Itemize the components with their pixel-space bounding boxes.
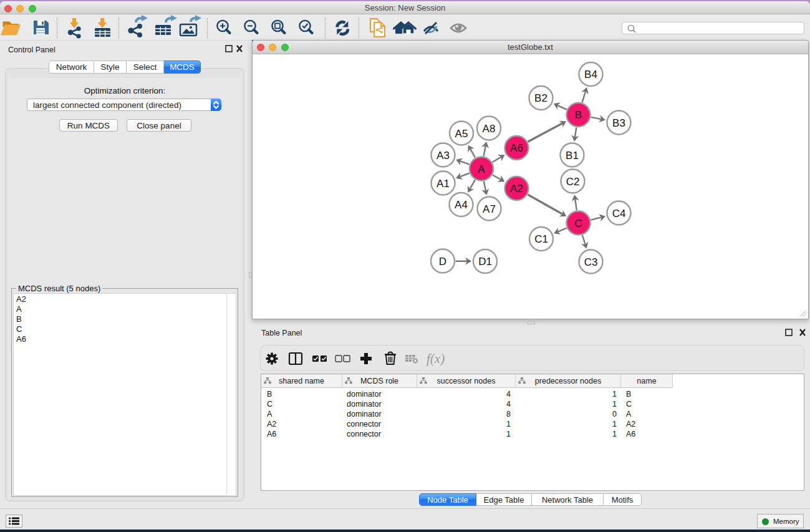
svg-text:f(x): f(x): [427, 351, 445, 366]
svg-text:C: C: [574, 217, 582, 229]
svg-text:A4: A4: [455, 199, 468, 211]
svg-text:A1: A1: [436, 177, 450, 189]
svg-text:A8: A8: [483, 122, 496, 134]
svg-text:C1: C1: [534, 233, 548, 245]
svg-text:A: A: [478, 163, 485, 175]
svg-text:A5: A5: [455, 127, 468, 139]
svg-text:B1: B1: [566, 149, 579, 161]
svg-text:A7: A7: [483, 203, 496, 215]
svg-text:B2: B2: [534, 92, 547, 104]
svg-text:D: D: [439, 255, 446, 267]
svg-text:A3: A3: [436, 149, 450, 161]
svg-text:B4: B4: [584, 69, 597, 80]
svg-text:D1: D1: [478, 256, 492, 268]
svg-text:C4: C4: [612, 207, 626, 219]
svg-text:A2: A2: [510, 183, 523, 195]
svg-text:A6: A6: [510, 142, 523, 154]
svg-text:C2: C2: [566, 175, 580, 187]
svg-text:C3: C3: [584, 256, 598, 268]
svg-text:B: B: [575, 109, 582, 121]
svg-text:B3: B3: [612, 117, 625, 128]
